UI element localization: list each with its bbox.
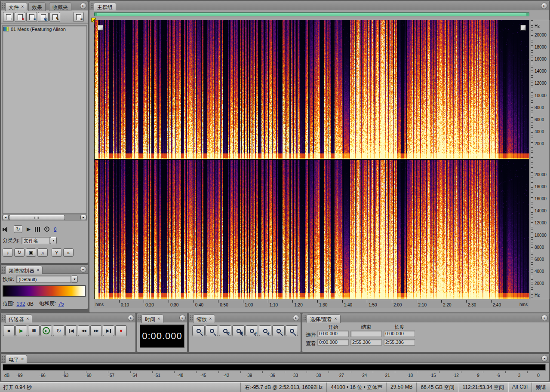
panel-grip-handle[interactable] (138, 315, 141, 321)
sort-combobox[interactable]: 文件名 ▼ (22, 237, 57, 244)
zoom-to-selection-button[interactable]: ▣ (232, 325, 245, 336)
spectrogram-display[interactable] (95, 20, 529, 299)
close-icon[interactable]: × (157, 316, 160, 323)
insert-into-cd-button[interactable]: ◎ (38, 12, 49, 22)
horizontal-zoom-out-button[interactable]: ↔− (286, 325, 298, 336)
tab-spectral-controls[interactable]: 频谱控制器 × (5, 266, 43, 274)
status-segment[interactable]: 66.45 GB 空间 (416, 383, 458, 392)
level-meter-bar[interactable] (3, 364, 546, 371)
tab-time[interactable]: 时间 × (141, 314, 163, 323)
panel-grip-handle[interactable] (2, 266, 5, 273)
panel-grip-handle[interactable] (190, 315, 193, 321)
levels-panel-menu-button[interactable]: ▸ (541, 355, 548, 361)
tab-effects[interactable]: 效果 (28, 2, 46, 11)
files-panel-menu-button[interactable]: ▸ (80, 3, 86, 9)
tab-files[interactable]: 文件 × (5, 2, 27, 11)
chevron-down-icon[interactable]: ▼ (71, 276, 78, 283)
spectral-color-gradient[interactable] (3, 285, 86, 297)
panel-grip-handle[interactable] (2, 3, 5, 9)
close-icon[interactable]: × (209, 316, 212, 323)
panel-grip-handle[interactable] (303, 315, 307, 321)
zoom-in-left-edge-button[interactable]: ◂ (246, 325, 258, 336)
scroll-left-button[interactable]: ◂ (3, 215, 9, 220)
go-to-end-button[interactable]: ▶ (103, 325, 114, 336)
tab-favorites[interactable]: 收藏夹 (49, 2, 71, 11)
left-trim-handle[interactable] (98, 25, 103, 31)
selection-start-field[interactable]: 0:00.000 (317, 331, 349, 337)
view-end-field[interactable]: 2:55.386 (350, 339, 382, 346)
close-icon[interactable]: × (26, 316, 29, 323)
status-segment[interactable]: 112:21:53.34 空间 (458, 383, 508, 392)
saturation-value[interactable]: 75 (58, 301, 64, 307)
autoplay-loop-button[interactable]: ↻ (14, 225, 22, 233)
view-start-field[interactable]: 0:00.000 (317, 339, 349, 346)
advanced-options-toggle[interactable]: » (63, 248, 74, 257)
go-to-start-button[interactable]: ◀ (65, 325, 77, 336)
show-video-files-toggle[interactable]: ▣ (26, 248, 36, 257)
selection-panel-menu-button[interactable]: ▸ (541, 315, 548, 321)
import-file-button[interactable]: ↓ (3, 12, 14, 22)
filter-button[interactable]: Y (52, 248, 62, 257)
rewind-button[interactable]: ◀◀ (78, 325, 89, 336)
tab-main-group[interactable]: 主群组 (94, 2, 116, 11)
status-segment[interactable]: 右:-95.7 dB @ 2:52.013, 16092Hz (240, 383, 326, 392)
preview-time-value[interactable]: 0 (54, 227, 56, 232)
close-icon[interactable]: × (21, 4, 24, 11)
chevron-down-icon[interactable]: ▼ (50, 237, 57, 244)
show-loop-files-toggle[interactable]: ↻ (14, 248, 25, 257)
show-audio-files-toggle[interactable]: ♪ (3, 248, 13, 257)
file-options-button[interactable]: ≡ (73, 12, 84, 22)
scroll-right-button[interactable]: ▸ (80, 215, 86, 220)
status-segment[interactable]: 频谱 (532, 383, 550, 392)
status-segment[interactable]: 29.50 MB (386, 383, 416, 392)
spectral-panel-menu-button[interactable]: ▸ (80, 266, 86, 273)
pause-button[interactable]: ▮▮ (28, 325, 40, 336)
time-ruler[interactable]: 0:100:200:300:400:501:001:101:201:301:40… (94, 300, 529, 308)
status-segment[interactable]: 44100 • 16 位 • 立体声 (326, 383, 386, 392)
zoom-out-full-button[interactable]: ▭ (219, 325, 231, 336)
close-icon[interactable]: × (21, 356, 24, 363)
range-value[interactable]: 132 (16, 301, 25, 307)
close-file-button[interactable]: × (15, 12, 25, 22)
status-segment[interactable]: Alt Ctrl (508, 383, 532, 392)
show-midi-files-toggle[interactable]: ♫ (37, 248, 48, 257)
loop-play-button[interactable]: ↻ (53, 325, 65, 336)
panel-grip-handle[interactable] (2, 355, 5, 361)
panel-grip-handle[interactable] (90, 3, 94, 9)
tab-selection-view[interactable]: 选择/查看 × (307, 314, 341, 323)
record-button[interactable]: ● (115, 325, 127, 336)
play-button[interactable]: ▶ (15, 325, 27, 336)
preset-combobox[interactable]: (Default) ▼ (16, 276, 78, 283)
scrollbar-thumb[interactable] (9, 215, 65, 220)
frequency-ruler[interactable]: Hz 2000018000160001400012000100008000600… (531, 20, 550, 299)
close-icon[interactable]: × (334, 316, 337, 323)
close-icon[interactable]: × (37, 267, 39, 274)
zoom-out-button[interactable]: − (206, 325, 218, 336)
selection-end-field[interactable] (350, 331, 382, 337)
right-trim-handle[interactable] (520, 25, 526, 31)
view-length-field[interactable]: 2:55.386 (384, 339, 415, 346)
main-panel-menu-button[interactable]: ▸ (541, 3, 547, 9)
horizontal-zoom-in-button[interactable]: ↔+ (272, 325, 285, 336)
transport-panel-menu-button[interactable]: ▸ (128, 315, 134, 321)
zoom-in-button[interactable]: + (192, 325, 205, 336)
preview-play-button[interactable]: ▶ (27, 226, 31, 232)
preview-speaker-icon[interactable] (3, 227, 9, 232)
insert-into-multitrack-button[interactable]: ≡ (26, 12, 37, 22)
zoom-panel-menu-button[interactable]: ▸ (293, 315, 299, 321)
horizontal-range-bar[interactable] (94, 12, 529, 16)
playhead-cursor[interactable] (95, 20, 95, 299)
file-list[interactable]: 01 Meds (Featuring Alison (2, 25, 87, 214)
tab-zoom[interactable]: 缩放 × (193, 314, 215, 323)
time-display[interactable]: 0:00.000 (140, 325, 184, 348)
edit-file-button[interactable]: ✎ (49, 12, 60, 22)
play-from-cursor-button[interactable]: ▶ (40, 325, 52, 336)
stop-button[interactable]: ■ (3, 325, 15, 336)
zoom-in-right-edge-button[interactable]: ▸ (259, 325, 271, 336)
file-item[interactable]: 01 Meds (Featuring Alison (3, 26, 86, 32)
selection-length-field[interactable]: 0:00.000 (384, 331, 415, 337)
fast-forward-button[interactable]: ▶▶ (90, 325, 102, 336)
file-list-horizontal-scrollbar[interactable]: ◂ ▸ (2, 214, 87, 220)
panel-grip-handle[interactable] (2, 315, 5, 321)
time-panel-menu-button[interactable]: ▸ (179, 315, 186, 321)
